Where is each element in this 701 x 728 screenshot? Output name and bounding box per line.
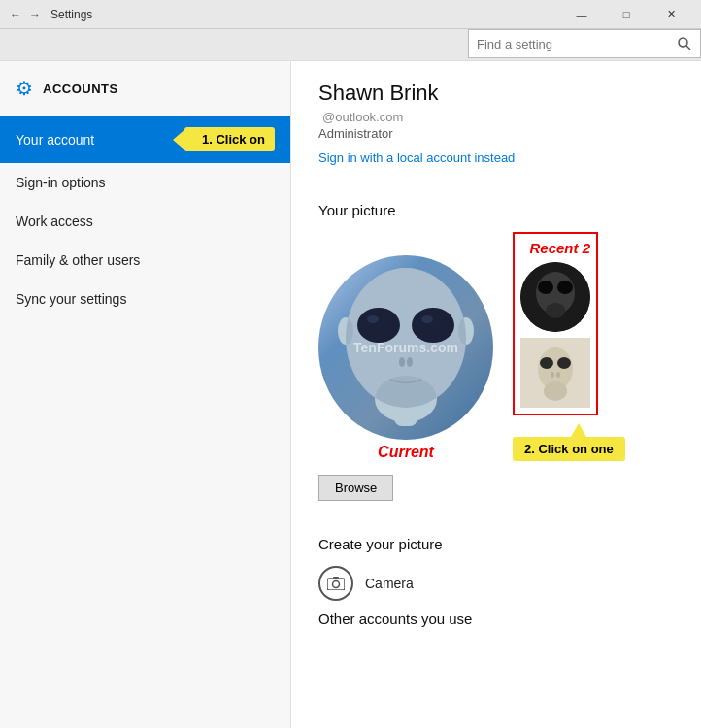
sidebar-item-label: Family & other users: [16, 252, 140, 268]
sidebar-item-label: Sign-in options: [16, 175, 106, 190]
svg-point-0: [679, 38, 687, 47]
annotation-click-on: 1. Click on: [184, 127, 275, 151]
window-title: Settings: [50, 8, 92, 21]
sidebar-item-label: Sync your settings: [16, 291, 126, 307]
sidebar: ⚙ ACCOUNTS Your account 1. Click on Sign…: [0, 61, 291, 728]
svg-point-17: [557, 281, 573, 294]
sidebar-header: ⚙ ACCOUNTS: [0, 61, 290, 112]
sidebar-item-label: Work access: [16, 214, 93, 229]
sidebar-title: ACCOUNTS: [43, 82, 118, 96]
current-picture[interactable]: TenForums.com: [318, 255, 493, 440]
user-role: Administrator: [318, 126, 674, 141]
svg-point-25: [544, 381, 567, 401]
recent-picture-1[interactable]: [520, 262, 590, 332]
svg-line-1: [686, 46, 690, 50]
recent-pictures-box[interactable]: Recent 2: [513, 232, 598, 415]
annotation2-arrow-icon: [571, 423, 586, 437]
svg-rect-28: [333, 577, 339, 579]
window-controls: — □ ✕: [559, 0, 693, 29]
nav-buttons: ← →: [8, 7, 43, 22]
sidebar-item-your-account[interactable]: Your account 1. Click on: [0, 116, 290, 163]
create-picture-title: Create your picture: [318, 536, 674, 552]
back-button[interactable]: ←: [8, 7, 23, 22]
your-picture-title: Your picture: [318, 202, 674, 218]
annotation2-area: 2. Click on one: [513, 423, 625, 461]
sidebar-navigation: Your account 1. Click on Sign-in options…: [0, 116, 290, 318]
svg-point-27: [333, 581, 340, 588]
svg-point-13: [346, 268, 466, 408]
other-accounts-title: Other accounts you use: [318, 611, 674, 627]
search-button[interactable]: [669, 28, 700, 59]
pictures-area: TenForums.com Current Recent 2: [318, 232, 674, 461]
sign-in-link[interactable]: Sign in with a local account instead: [318, 150, 515, 165]
svg-point-24: [556, 372, 560, 378]
camera-row: Camera: [318, 566, 674, 601]
user-name: Shawn Brink: [318, 81, 674, 106]
camera-label: Camera: [365, 576, 414, 591]
svg-point-18: [546, 303, 565, 318]
user-info: Shawn Brink @outlook.com Administrator S…: [318, 81, 674, 184]
sidebar-item-work-access[interactable]: Work access: [0, 202, 290, 241]
current-label: Current: [378, 444, 434, 461]
user-email: @outlook.com: [318, 110, 674, 124]
search-input[interactable]: [469, 37, 669, 51]
forward-button[interactable]: →: [27, 7, 43, 22]
minimize-button[interactable]: —: [559, 0, 604, 29]
sidebar-item-sign-in-options[interactable]: Sign-in options: [0, 163, 290, 202]
sidebar-item-family-other[interactable]: Family & other users: [0, 241, 290, 280]
svg-point-22: [557, 357, 571, 369]
titlebar: ← → Settings — □ ✕: [0, 0, 701, 29]
svg-point-16: [538, 281, 553, 294]
titlebar-left: ← → Settings: [8, 7, 92, 22]
alien-main-svg: [328, 265, 484, 430]
svg-point-21: [540, 357, 553, 369]
sidebar-item-sync-settings[interactable]: Sync your settings: [0, 280, 290, 318]
gear-icon: ⚙: [16, 77, 33, 100]
main-content: Shawn Brink @outlook.com Administrator S…: [291, 61, 701, 728]
app-container: ⚙ ACCOUNTS Your account 1. Click on Sign…: [0, 61, 701, 728]
camera-icon: [318, 566, 353, 601]
camera-svg: [327, 577, 345, 590]
browse-area: Browse: [318, 475, 674, 518]
svg-rect-12: [394, 409, 417, 426]
maximize-button[interactable]: □: [604, 0, 649, 29]
svg-point-23: [551, 372, 554, 378]
annotation2-box: 2. Click on one: [513, 437, 625, 461]
recent-picture-2[interactable]: [520, 338, 590, 408]
recent-alien-2-svg: [520, 338, 590, 408]
current-picture-wrapper: TenForums.com Current: [318, 255, 493, 461]
close-button[interactable]: ✕: [649, 0, 693, 29]
sidebar-item-label: Your account: [16, 132, 94, 148]
browse-button[interactable]: Browse: [318, 475, 393, 501]
search-icon: [678, 37, 691, 50]
recent-pictures-section: Recent 2: [513, 232, 625, 461]
recent-alien-1-svg: [520, 262, 590, 332]
recent-label: Recent 2: [520, 240, 590, 256]
